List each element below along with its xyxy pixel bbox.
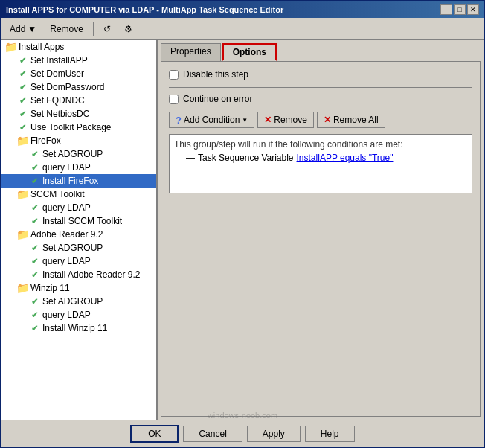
tree-item[interactable]: ✔Set DomUser [1,67,156,80]
folder-icon: 📁 [16,282,28,294]
remove-button[interactable]: Remove [45,22,89,36]
tree-item-label: query LDAP [42,256,91,266]
title-bar: Install APPS for COMPUTER via LDAP - Mul… [1,1,484,18]
tree-item[interactable]: ✔Install SCCM Toolkit [1,214,156,228]
add-condition-arrow[interactable]: ▼ [242,117,248,124]
disable-step-row: Disable this step [169,69,472,80]
refresh-button[interactable]: ↺ [98,22,116,36]
folder-icon: 📁 [16,135,28,147]
tree-item[interactable]: ✔Install Winzip 11 [1,321,156,335]
tree-item[interactable]: ✔query LDAP [1,308,156,321]
check-icon: ✔ [16,68,28,80]
tree-item[interactable]: 📁SCCM Toolkit [1,188,156,201]
maximize-button[interactable]: □ [454,4,466,15]
tree-item-label: Set FQDNDC [30,95,85,106]
check-icon: ✔ [28,242,40,254]
close-button[interactable]: ✕ [467,4,479,15]
tree-item[interactable]: ✔Use Toolkit Package [1,121,156,134]
remove-condition-label: Remove [274,115,307,125]
add-condition-label: Add Condition [184,115,240,125]
tree-item[interactable]: ✔Set ADGROUP [1,241,156,255]
tree-item[interactable]: ✔query LDAP [1,201,156,214]
tree-item[interactable]: ✔Install FireFox [1,174,156,188]
tree-item-label: Use Toolkit Package [30,122,112,132]
check-icon: ✔ [28,215,40,227]
condition-item: — Task Sequence Variable InstallAPP equa… [174,153,467,163]
check-icon: ✔ [28,202,40,214]
tree-item-label: Winzip 11 [30,283,70,293]
help-button[interactable]: Help [305,426,355,442]
divider-1 [169,87,472,88]
right-panel: Properties Options Disable this step Con… [158,40,484,420]
check-icon: ✔ [28,322,40,334]
tree-item-label: Set DomPassword [30,82,104,92]
check-icon: ✔ [16,121,28,133]
remove-label: Remove [50,24,83,34]
tree-item-label: Install Adobe Reader 9.2 [42,269,140,280]
remove-condition-button[interactable]: ✕ Remove [257,112,314,128]
tab-properties[interactable]: Properties [161,43,221,61]
tree-item[interactable]: ✔Set NetbiosDC [1,107,156,121]
tree-item-label: query LDAP [42,162,91,173]
check-icon: ✔ [28,175,40,187]
add-dropdown-arrow[interactable]: ▼ [28,24,36,34]
continue-on-error-row: Continue on error [169,94,472,104]
remove-all-label: Remove All [333,115,379,125]
check-icon: ✔ [28,295,40,307]
remove-all-button[interactable]: ✕ Remove All [317,112,385,128]
tree-item[interactable]: ✔Set DomPassword [1,80,156,94]
tree-item-label: SCCM Toolkit [30,189,84,199]
folder-icon: 📁 [16,188,28,200]
tree-item[interactable]: ✔Set InstallAPP [1,54,156,67]
check-icon: ✔ [28,309,40,321]
tab-options[interactable]: Options [222,43,277,61]
tree-item[interactable]: ✔Set ADGROUP [1,147,156,161]
condition-item-link[interactable]: InstallAPP equals "True" [297,153,394,163]
tree-item-label: Install Apps [19,42,64,52]
tree-item-label: FireFox [30,135,61,146]
settings-button[interactable]: ⚙ [119,22,138,36]
tab-options-label: Options [233,47,266,57]
tree-item[interactable]: ✔Set FQDNDC [1,94,156,107]
tree-item-label: Install Winzip 11 [42,323,107,333]
disable-step-checkbox[interactable] [169,70,179,80]
check-icon: ✔ [28,161,40,173]
check-icon: ✔ [16,81,28,93]
cancel-button[interactable]: Cancel [183,426,242,442]
tree-item[interactable]: ✔query LDAP [1,161,156,174]
tree-item[interactable]: ✔Set ADGROUP [1,295,156,308]
condition-item-prefix: Task Sequence Variable [198,153,294,163]
tree-item[interactable]: 📁Adobe Reader 9.2 [1,228,156,241]
condition-description: This group/step will run if the followin… [174,139,467,150]
ok-button[interactable]: OK [130,425,179,443]
tree-item-label: Set DomUser [30,68,84,79]
tree-item[interactable]: 📁FireFox [1,134,156,147]
add-button[interactable]: Add ▼ [4,22,42,36]
tree-item-label: query LDAP [42,310,91,320]
condition-list: This group/step will run if the followin… [169,134,472,193]
continue-on-error-checkbox[interactable] [169,95,179,104]
title-bar-buttons: ─ □ ✕ [440,4,479,15]
check-icon: ✔ [28,148,40,160]
check-icon: ✔ [28,269,40,281]
main-content: 📁Install Apps✔Set InstallAPP✔Set DomUser… [1,40,484,420]
apply-button[interactable]: Apply [247,426,301,442]
toolbar-separator [93,22,94,36]
tree-item[interactable]: ✔query LDAP [1,255,156,268]
tree-panel: 📁Install Apps✔Set InstallAPP✔Set DomUser… [1,40,158,420]
add-condition-button[interactable]: ? Add Condition ▼ [169,112,254,128]
minimize-button[interactable]: ─ [440,4,452,15]
tree-item[interactable]: ✔Install Adobe Reader 9.2 [1,268,156,281]
tree-item-label: Install SCCM Toolkit [42,216,122,226]
bottom-bar: windows-noob.com OK Cancel Apply Help [1,420,484,447]
tree-item[interactable]: 📁Install Apps [1,40,156,54]
tab-content: Disable this step Continue on error ? Ad… [161,61,481,417]
folder-icon: 📁 [16,228,28,240]
toolbar: Add ▼ Remove ↺ ⚙ [1,18,484,40]
tree-item-label: Install FireFox [42,176,98,186]
tree-item-label: Set InstallAPP [30,55,88,65]
tree-item-label: Set NetbiosDC [30,109,89,119]
tree-item[interactable]: 📁Winzip 11 [1,281,156,295]
window-title: Install APPS for COMPUTER via LDAP - Mul… [6,5,283,14]
check-icon: ✔ [28,255,40,267]
